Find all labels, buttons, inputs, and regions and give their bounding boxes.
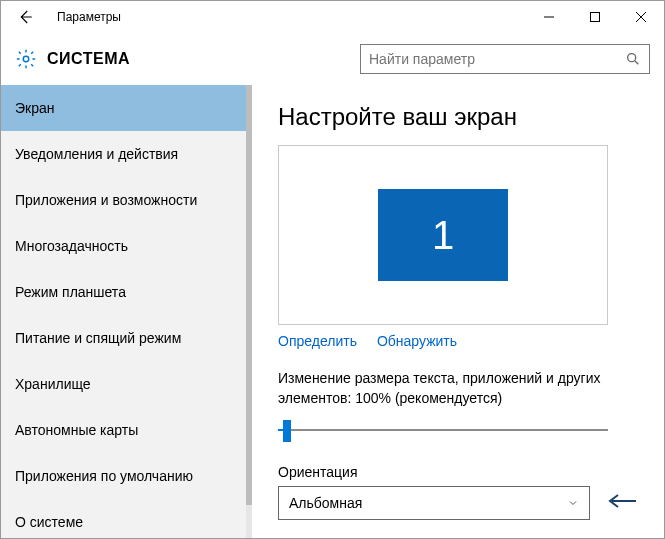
sidebar-item-offline-maps[interactable]: Автономные карты [1,407,252,453]
sidebar-item-display[interactable]: Экран [1,85,252,131]
search-box[interactable] [360,44,650,74]
orientation-row: Альбомная [278,486,638,520]
sidebar-item-label: Хранилище [15,376,91,392]
minimize-button[interactable] [526,1,572,33]
scale-slider[interactable] [278,416,608,446]
page-title: Настройте ваш экран [278,103,638,131]
sidebar-item-power-sleep[interactable]: Питание и спящий режим [1,315,252,361]
sidebar-item-about[interactable]: О системе [1,499,252,538]
body: Экран Уведомления и действия Приложения … [1,85,664,538]
back-arrow-icon [16,8,34,26]
header: СИСТЕМА [1,33,664,85]
chevron-down-icon [567,497,579,509]
svg-rect-1 [591,13,600,22]
monitor-number: 1 [432,213,454,258]
links-row: Определить Обнаружить [278,333,638,349]
content: Настройте ваш экран 1 Определить Обнаруж… [252,85,664,538]
sidebar: Экран Уведомления и действия Приложения … [1,85,252,538]
svg-line-6 [635,61,638,64]
monitor-preview[interactable]: 1 [278,145,608,325]
maximize-button[interactable] [572,1,618,33]
annotation-arrow-icon [606,491,638,515]
titlebar: Параметры [1,1,664,33]
sidebar-item-label: Приложения и возможности [15,192,197,208]
sidebar-item-tablet-mode[interactable]: Режим планшета [1,269,252,315]
sidebar-item-notifications[interactable]: Уведомления и действия [1,131,252,177]
sidebar-item-label: Многозадачность [15,238,128,254]
sidebar-item-label: Приложения по умолчанию [15,468,193,484]
monitor-1[interactable]: 1 [378,189,508,281]
sidebar-item-default-apps[interactable]: Приложения по умолчанию [1,453,252,499]
gear-icon [15,48,37,70]
detect-link[interactable]: Обнаружить [377,333,457,349]
sidebar-item-label: Автономные карты [15,422,138,438]
section-name: СИСТЕМА [47,50,360,68]
identify-link[interactable]: Определить [278,333,357,349]
maximize-icon [590,12,600,22]
sidebar-item-label: Уведомления и действия [15,146,178,162]
close-icon [636,12,646,22]
settings-window: Параметры СИСТЕМА [0,0,665,539]
orientation-label: Ориентация [278,464,638,480]
orientation-value: Альбомная [289,495,567,511]
svg-point-5 [628,54,636,62]
window-title: Параметры [57,10,526,24]
svg-point-4 [23,56,29,62]
sidebar-item-multitasking[interactable]: Многозадачность [1,223,252,269]
sidebar-item-label: О системе [15,514,83,530]
orientation-dropdown[interactable]: Альбомная [278,486,590,520]
search-icon [625,51,641,67]
scale-label: Изменение размера текста, приложений и д… [278,369,638,408]
sidebar-item-label: Экран [15,100,55,116]
sidebar-item-label: Питание и спящий режим [15,330,181,346]
scrollbar-thumb[interactable] [246,85,252,505]
close-button[interactable] [618,1,664,33]
slider-track [278,429,608,431]
back-button[interactable] [1,1,49,33]
search-input[interactable] [369,51,625,67]
scrollbar-track[interactable] [246,85,252,538]
sidebar-item-apps-features[interactable]: Приложения и возможности [1,177,252,223]
window-controls [526,1,664,33]
minimize-icon [544,12,554,22]
slider-thumb[interactable] [283,420,291,442]
sidebar-item-storage[interactable]: Хранилище [1,361,252,407]
sidebar-item-label: Режим планшета [15,284,126,300]
